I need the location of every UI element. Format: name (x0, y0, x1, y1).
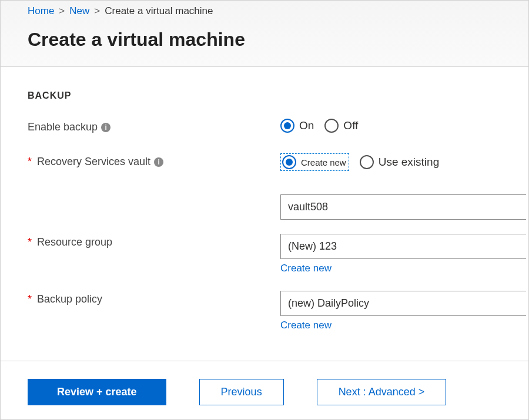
previous-button[interactable]: Previous (199, 379, 284, 405)
backup-policy-input[interactable] (280, 291, 526, 316)
backup-policy-label: Backup policy (37, 293, 102, 305)
radio-label: Off (343, 119, 358, 132)
next-advanced-button[interactable]: Next : Advanced > (317, 379, 447, 405)
wizard-footer: Review + create Previous Next : Advanced… (1, 361, 528, 419)
breadcrumb-home[interactable]: Home (28, 5, 54, 17)
radio-vault-create-new[interactable]: Create new (280, 153, 349, 171)
breadcrumb: Home > New > Create a virtual machine (1, 1, 528, 19)
backup-policy-create-new-link[interactable]: Create new (280, 320, 332, 331)
breadcrumb-new[interactable]: New (69, 5, 89, 17)
resource-group-label: Resource group (37, 236, 112, 248)
resource-group-create-new-link[interactable]: Create new (280, 263, 332, 274)
radio-label: On (299, 119, 314, 132)
radio-icon (324, 119, 339, 133)
required-indicator: * (28, 156, 32, 168)
radio-label: Create new (301, 157, 346, 167)
radio-enable-backup-off[interactable]: Off (324, 119, 358, 133)
page-title: Create a virtual machine (1, 19, 528, 66)
radio-enable-backup-on[interactable]: On (280, 119, 314, 133)
chevron-right-icon: > (59, 5, 65, 17)
radio-label: Use existing (379, 156, 440, 169)
radio-icon (280, 119, 294, 133)
info-icon[interactable]: i (101, 123, 111, 132)
enable-backup-label: Enable backup (28, 121, 98, 133)
section-header-backup: BACKUP (28, 90, 528, 101)
vault-name-input[interactable] (280, 194, 526, 220)
radio-vault-use-existing[interactable]: Use existing (360, 155, 440, 169)
breadcrumb-current: Create a virtual machine (105, 5, 213, 17)
required-indicator: * (28, 236, 32, 248)
chevron-right-icon: > (94, 5, 100, 17)
enable-backup-radio-group: On Off (280, 119, 528, 133)
info-icon[interactable]: i (154, 157, 163, 167)
recovery-vault-radio-group: Create new Use existing (280, 153, 528, 171)
review-create-button[interactable]: Review + create (28, 379, 166, 405)
form-content: BACKUP Enable backup i On Off * Recovery… (1, 67, 528, 331)
recovery-vault-label: Recovery Services vault (37, 156, 150, 168)
radio-icon (360, 155, 374, 169)
radio-icon (282, 155, 296, 169)
required-indicator: * (28, 293, 32, 305)
resource-group-input[interactable] (280, 234, 526, 259)
